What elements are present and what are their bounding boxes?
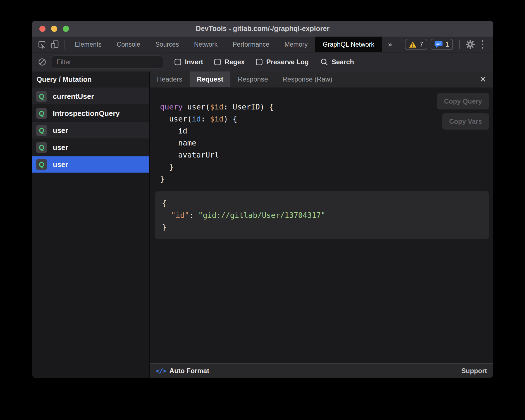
devtools-tab-graphql-network[interactable]: GraphQL Network <box>315 37 382 52</box>
invert-checkbox[interactable] <box>175 59 181 65</box>
query-list-item-user-2[interactable]: Quser <box>32 122 149 139</box>
code-line: "id": "gid://gitlab/User/13704317" <box>162 209 482 221</box>
settings-button[interactable] <box>464 38 476 51</box>
query-type-badge: Q <box>36 125 47 136</box>
query-name: IntrospectionQuery <box>53 109 120 118</box>
query-type-badge: Q <box>36 159 47 170</box>
badge-divider <box>459 40 460 49</box>
query-list-item-introspectionquery-1[interactable]: QIntrospectionQuery <box>32 105 149 121</box>
auto-format-button[interactable]: Auto Format <box>170 367 209 375</box>
clear-button[interactable] <box>37 58 48 66</box>
query-sidebar: Query / Mutation QcurrentUserQIntrospect… <box>32 71 150 378</box>
devtools-tabs: ElementsConsoleSourcesNetworkPerformance… <box>67 37 382 52</box>
tool-icons <box>32 37 67 52</box>
close-panel-button[interactable]: × <box>477 71 489 87</box>
message-count: 1 <box>445 40 449 48</box>
query-type-badge: Q <box>36 91 47 102</box>
copy-buttons: Copy Query Copy Vars <box>437 93 489 130</box>
devtools-tab-elements[interactable]: Elements <box>67 37 109 52</box>
query-list-item-user-3[interactable]: Quser <box>32 139 149 156</box>
devtools-tab-memory[interactable]: Memory <box>277 37 315 52</box>
query-type-badge: Q <box>36 108 47 119</box>
warning-icon <box>409 41 417 48</box>
checkbox-group-regex[interactable]: Regex <box>214 58 245 66</box>
kebab-dot <box>482 40 483 42</box>
copy-vars-button[interactable]: Copy Vars <box>442 113 489 130</box>
chat-bubble-icon <box>435 41 443 48</box>
query-list: QcurrentUserQIntrospectionQueryQuserQuse… <box>32 87 149 378</box>
device-toolbar-button[interactable] <box>48 38 61 51</box>
device-toolbar-icon <box>50 40 59 49</box>
filter-bar: InvertRegexPreserve Log Search <box>32 52 493 71</box>
panel-tab-response[interactable]: Response <box>230 71 275 87</box>
code-line: } <box>160 173 489 185</box>
window-controls <box>39 26 69 32</box>
devtools-tab-performance[interactable]: Performance <box>225 37 277 52</box>
devtools-tab-bar: ElementsConsoleSourcesNetworkPerformance… <box>32 37 493 52</box>
search-icon <box>320 58 328 66</box>
panel-footer: </> Auto Format Support <box>150 363 493 378</box>
sidebar-title: Query / Mutation <box>37 75 92 83</box>
toolbar-divider <box>64 40 65 49</box>
query-name: currentUser <box>53 92 94 101</box>
sidebar-header: Query / Mutation <box>32 71 149 87</box>
code-line: name <box>160 137 489 149</box>
code-format-icon: </> <box>156 367 166 374</box>
panel-tab-bar: HeadersRequestResponseResponse (Raw) × <box>150 71 493 87</box>
devtools-tab-network[interactable]: Network <box>187 37 225 52</box>
warning-count: 7 <box>419 40 423 48</box>
panel-tab-headers[interactable]: Headers <box>150 71 190 87</box>
panel-tabs: HeadersRequestResponseResponse (Raw) <box>150 71 340 87</box>
query-variables-box: { "id": "gid://gitlab/User/13704317"} <box>155 191 489 239</box>
code-line: avatarUrl <box>160 149 489 161</box>
more-options-button[interactable] <box>476 40 489 49</box>
preserve-log-checkbox[interactable] <box>256 59 262 65</box>
checkbox-group-invert[interactable]: Invert <box>175 58 203 66</box>
devtools-tab-sources[interactable]: Sources <box>148 37 186 52</box>
preserve-log-label: Preserve Log <box>266 58 309 66</box>
devtools-tab-console[interactable]: Console <box>109 37 148 52</box>
messages-badge[interactable]: 1 <box>431 39 453 50</box>
inspect-element-button[interactable] <box>35 38 48 51</box>
code-line: } <box>160 161 489 173</box>
query-type-badge: Q <box>36 142 47 153</box>
panel-tab-request[interactable]: Request <box>190 71 231 87</box>
warnings-badge[interactable]: 7 <box>405 39 427 50</box>
more-tabs-button[interactable]: » <box>382 37 398 52</box>
kebab-dot <box>482 47 483 49</box>
inspect-cursor-icon <box>37 40 47 49</box>
tabbar-right-controls: 7 1 <box>402 37 493 52</box>
query-name: user <box>53 160 68 169</box>
window-title: DevTools - gitlab.com/-/graphql-explorer <box>196 25 330 33</box>
panel-tab-response-raw[interactable]: Response (Raw) <box>275 71 340 87</box>
zoom-window-button[interactable] <box>63 26 69 32</box>
search-label: Search <box>331 58 354 66</box>
title-bar: DevTools - gitlab.com/-/graphql-explorer <box>32 21 493 37</box>
query-name: user <box>53 143 68 152</box>
invert-label: Invert <box>185 58 203 66</box>
request-body: Copy Query Copy Vars query user($id: Use… <box>150 87 493 363</box>
request-panel: HeadersRequestResponseResponse (Raw) × C… <box>150 71 493 378</box>
code-line: { <box>162 197 482 209</box>
query-name: user <box>53 126 68 135</box>
kebab-dot <box>482 44 483 45</box>
regex-label: Regex <box>225 58 245 66</box>
block-icon <box>38 58 46 66</box>
checkbox-group-preserve-log[interactable]: Preserve Log <box>256 58 309 66</box>
filter-input[interactable] <box>52 56 163 68</box>
code-line: } <box>162 221 482 233</box>
minimize-window-button[interactable] <box>51 26 57 32</box>
content-area: Query / Mutation QcurrentUserQIntrospect… <box>32 71 493 378</box>
filter-checkboxes: InvertRegexPreserve Log <box>163 58 309 66</box>
query-list-item-currentuser-0[interactable]: QcurrentUser <box>32 88 149 104</box>
close-window-button[interactable] <box>39 26 46 32</box>
gear-icon <box>466 40 475 49</box>
devtools-window: DevTools - gitlab.com/-/graphql-explorer… <box>32 21 493 378</box>
support-link[interactable]: Support <box>461 367 487 375</box>
copy-query-button[interactable]: Copy Query <box>437 93 489 109</box>
search-button[interactable]: Search <box>320 58 354 66</box>
query-list-item-user-4[interactable]: Quser <box>32 156 149 173</box>
regex-checkbox[interactable] <box>214 59 221 65</box>
